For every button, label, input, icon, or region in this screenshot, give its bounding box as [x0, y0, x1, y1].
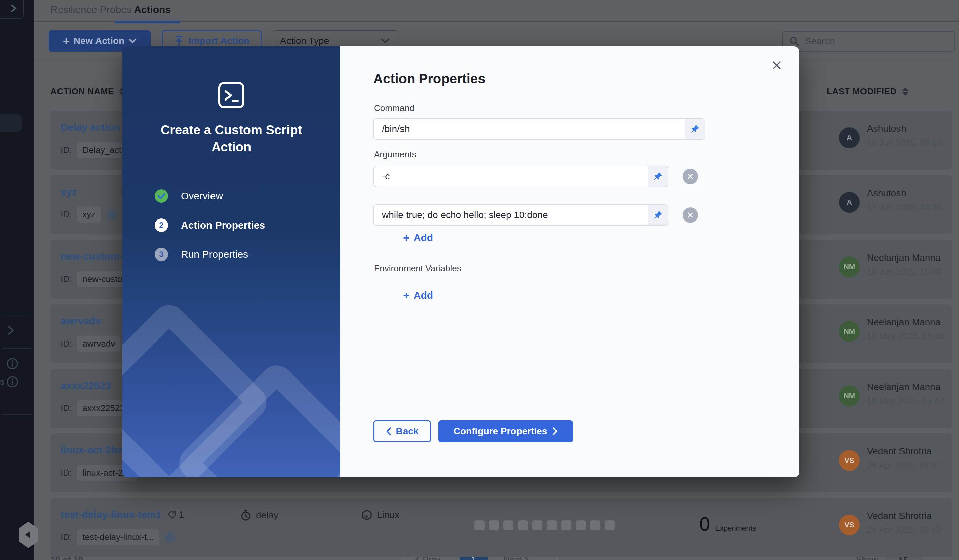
copy-icon[interactable] — [106, 209, 117, 220]
avatar: VS — [839, 515, 860, 536]
chevron-down-icon — [381, 38, 390, 44]
argument-field — [373, 166, 669, 187]
modal-title: Create a Custom Script Action — [158, 122, 305, 155]
action-id-label: ID: — [61, 145, 72, 155]
info-icon[interactable] — [6, 358, 19, 370]
remove-argument-button[interactable] — [683, 169, 698, 184]
app-sidebar: s — [0, 0, 33, 560]
os-cell: Linux — [362, 509, 400, 521]
skeleton-placeholders — [475, 520, 615, 530]
action-type-cell: delay — [241, 509, 279, 521]
add-env-variable-button[interactable]: + Add — [403, 290, 433, 301]
tag-icon — [167, 509, 177, 520]
configure-properties-button[interactable]: Configure Properties — [438, 420, 573, 442]
stopwatch-icon — [241, 509, 251, 521]
table-row[interactable]: test-delay-linux-tem1 1 ID: test-delay-l… — [51, 498, 952, 557]
avatar: NM — [839, 385, 860, 406]
search-box[interactable] — [782, 31, 955, 52]
tag-chip: 1 — [167, 509, 184, 520]
upload-icon — [174, 35, 184, 47]
step-check-icon — [155, 189, 168, 203]
copy-icon[interactable] — [165, 532, 175, 543]
action-name-link[interactable]: Delay action — [61, 122, 120, 133]
modified-by-name: Neelanjan Manna — [867, 317, 941, 328]
search-icon — [789, 36, 800, 47]
plus-icon: + — [403, 232, 409, 243]
modified-by-name: Ashutosh — [867, 123, 906, 134]
avatar: NM — [839, 321, 860, 342]
create-custom-script-action-modal: Create a Custom Script Action Overview 2… — [123, 46, 799, 477]
modal-sidebar: Create a Custom Script Action Overview 2… — [123, 46, 340, 477]
sidebar-active-item[interactable] — [0, 114, 22, 132]
avatar: A — [839, 192, 860, 213]
search-input[interactable] — [804, 36, 948, 47]
sidebar-divider — [2, 315, 32, 315]
command-label: Command — [374, 103, 414, 113]
remove-argument-button[interactable] — [683, 207, 698, 223]
tab-resilience-probes[interactable]: Resilience Probes — [51, 4, 132, 16]
wizard-steps: Overview 2 Action Properties 3 Run Prope… — [155, 189, 265, 261]
pin-icon[interactable] — [648, 166, 668, 186]
step-overview[interactable]: Overview — [155, 189, 265, 203]
environment-variables-label: Environment Variables — [374, 263, 461, 274]
chevron-right-icon — [553, 427, 558, 436]
pin-icon[interactable] — [648, 205, 668, 225]
modified-by-name: Vedant Shrotria — [867, 446, 932, 457]
plus-icon: + — [403, 290, 409, 301]
step-run-properties[interactable]: 3 Run Properties — [155, 248, 265, 261]
action-id-value: xyz — [77, 207, 101, 223]
column-header-action-name[interactable]: ACTION NAME — [51, 86, 126, 97]
modified-date: 16 Jun 2025, 11:40 — [867, 267, 941, 277]
modified-by-name: Ashutosh — [867, 188, 906, 199]
modified-date: 24 Apr 2025, 18:12 — [867, 525, 941, 535]
tab-actions[interactable]: Actions — [134, 4, 171, 16]
plus-icon: + — [63, 35, 70, 48]
action-id-label: ID: — [61, 532, 72, 542]
arguments-label: Arguments — [374, 149, 416, 160]
os-label: Linux — [377, 509, 400, 520]
active-tab-underline — [115, 21, 180, 23]
action-id-value: test-delay-linux-t... — [77, 530, 159, 545]
argument-field — [373, 204, 669, 226]
modified-by-name: Neelanjan Manna — [867, 253, 941, 263]
sort-icon[interactable] — [902, 88, 908, 96]
close-icon[interactable] — [769, 58, 784, 73]
command-input[interactable] — [374, 119, 685, 139]
action-name-link[interactable]: linux-act-2bx — [61, 444, 123, 456]
modified-date: 17 Jun 2025, 14:38 — [867, 202, 942, 212]
chevron-left-icon — [386, 427, 391, 436]
argument-input[interactable] — [374, 166, 648, 186]
action-id-label: ID: — [61, 468, 72, 478]
experiments-cell: 0 Experiments — [699, 512, 756, 535]
pin-icon[interactable] — [685, 119, 705, 139]
terminal-icon — [218, 81, 245, 109]
chevron-right-icon[interactable] — [6, 325, 16, 336]
action-name-link[interactable]: test-delay-linux-tem1 — [61, 509, 161, 520]
experiments-count: 0 — [699, 512, 710, 535]
action-name-link[interactable]: axxx22523 — [61, 380, 111, 391]
modified-by-name: Vedant Shrotria — [867, 511, 932, 521]
column-header-last-modified[interactable]: LAST MODIFIED — [827, 86, 908, 97]
modified-date: 18 Jun 2025, 08:59 — [867, 137, 942, 148]
experiments-label: Experiments — [715, 524, 756, 533]
step-number: 2 — [155, 218, 168, 232]
back-button[interactable]: Back — [373, 420, 431, 442]
modified-by-name: Neelanjan Manna — [867, 382, 941, 392]
os-hexagon-icon — [362, 509, 372, 521]
sidebar-expand-button[interactable] — [0, 0, 24, 19]
step-action-properties[interactable]: 2 Action Properties — [155, 218, 265, 232]
info-icon[interactable] — [6, 376, 19, 388]
add-argument-button[interactable]: + Add — [403, 232, 433, 243]
sidebar-partial-label: s — [0, 377, 4, 387]
step-number: 3 — [155, 248, 168, 261]
sidebar-divider — [2, 348, 32, 348]
argument-input[interactable] — [374, 205, 648, 225]
modal-content: Action Properties Command Arguments — [340, 46, 799, 477]
chevron-down-icon — [129, 38, 137, 44]
action-type-label: delay — [256, 510, 279, 521]
action-name-link[interactable]: xyz — [61, 186, 76, 198]
tag-count: 1 — [179, 509, 184, 520]
command-field — [373, 118, 706, 140]
app-screen: Resilience Probes Actions + New Action I… — [0, 0, 959, 560]
action-name-link[interactable]: awrvadv — [61, 315, 101, 327]
